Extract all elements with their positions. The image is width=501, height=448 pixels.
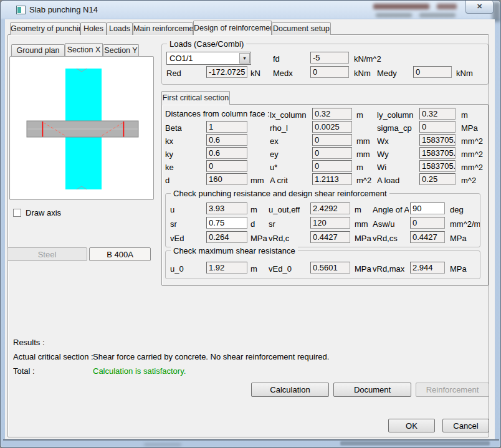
slab-punching-dialog: Slab punching N14 ✕ Geometry of punching… — [0, 0, 501, 448]
distances-label: Distances from column face : — [165, 108, 270, 120]
window-title: Slab punching N14 — [29, 5, 98, 14]
steel-button: Steel — [7, 247, 87, 261]
total-value: Calculation is satisfactory. — [93, 365, 186, 377]
steel-grade-box[interactable]: B 400A — [89, 247, 151, 261]
chevron-down-icon: ▼ — [240, 54, 249, 63]
background-window-blur — [144, 443, 181, 446]
actual-critical-section-label: Actual critical section : — [13, 351, 93, 363]
background-window-blur — [373, 4, 429, 9]
draw-axis-label: Draw axis — [26, 207, 61, 219]
draw-axis-checkbox[interactable] — [13, 209, 21, 217]
calculation-button[interactable]: Calculation — [251, 383, 329, 397]
tab-section-y[interactable]: Section Y — [103, 44, 139, 56]
tab-loads[interactable]: Loads — [107, 22, 133, 35]
max-shear-title: Check maximum shear resistance — [171, 246, 298, 255]
background-window-blur — [376, 13, 412, 17]
actual-critical-section-value: Shear force carried by concrete. No shea… — [93, 351, 329, 363]
background-window-blur — [437, 4, 457, 9]
close-button[interactable]: ✕ — [465, 1, 494, 14]
background-window-blur — [419, 13, 456, 17]
tab-design-of-reinforcement[interactable]: Design of reinforcement — [193, 21, 272, 35]
border-shadow-line — [3, 439, 499, 441]
results-heading: Results : — [13, 336, 45, 348]
total-label: Total : — [13, 365, 35, 377]
section-x-drawing — [10, 57, 153, 199]
tab-geometry-of-punching[interactable]: Geometry of punching — [10, 22, 80, 35]
section-preview-canvas — [9, 56, 154, 200]
punching-check-group: Check punching resistance and design she… — [165, 193, 480, 247]
tab-section-x[interactable]: Section X — [65, 43, 103, 56]
tab-ground-plan[interactable]: Ground plan — [11, 44, 65, 56]
load-case-value: CO1/1 — [169, 53, 193, 64]
ok-button[interactable]: OK — [388, 419, 435, 432]
cancel-button[interactable]: Cancel — [442, 419, 489, 432]
app-icon — [16, 6, 26, 14]
tab-main-reinforcement[interactable]: Main reinforcement — [133, 22, 193, 35]
tab-first-critical-section[interactable]: First critical section — [161, 91, 230, 105]
tab-holes[interactable]: Holes — [80, 22, 107, 35]
tab-document-setup[interactable]: Document setup — [272, 22, 331, 35]
reinforcement-button: Reinforcement — [416, 383, 489, 397]
combo-dropdown-button[interactable]: ▼ — [239, 53, 250, 64]
document-button[interactable]: Document — [333, 383, 411, 397]
loads-group-title: Loads (Case/Combi) — [167, 39, 246, 49]
max-shear-group: Check maximum shear resistance — [165, 250, 480, 279]
background-window-blur — [340, 441, 490, 446]
punching-check-title: Check punching resistance and design she… — [171, 189, 389, 198]
close-icon: ✕ — [477, 2, 482, 10]
load-case-combo[interactable]: CO1/1 ▼ — [166, 52, 251, 65]
